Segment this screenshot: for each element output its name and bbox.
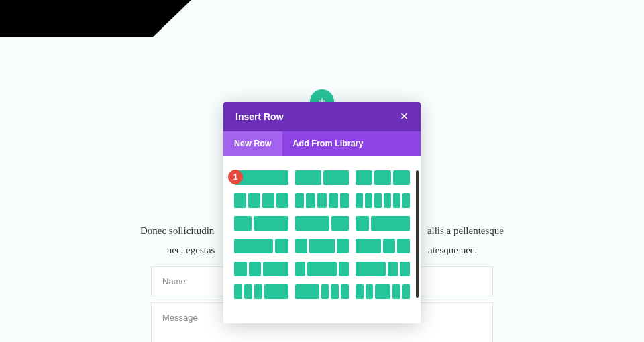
- layout-mixed-6[interactable]: [356, 284, 410, 299]
- body-text-left-1: Donec sollicitudin: [140, 225, 214, 236]
- modal-header: Insert Row ✕: [223, 102, 421, 131]
- annotation-badge-1: 1: [228, 170, 243, 184]
- layout-2col[interactable]: [295, 170, 350, 185]
- layout-1-5-3-5-1-5[interactable]: [295, 262, 350, 276]
- message-placeholder: Message: [162, 312, 198, 323]
- body-text-left-2: nec, egestas: [167, 245, 215, 255]
- layouts-panel: [223, 156, 421, 323]
- layout-6col[interactable]: [356, 193, 410, 208]
- scrollbar-thumb[interactable]: [416, 170, 419, 298]
- modal-title: Insert Row: [235, 111, 284, 122]
- insert-row-modal: Insert Row ✕ New Row Add From Library: [223, 102, 421, 323]
- layout-1-6-1-6-1-6-1-2[interactable]: [234, 284, 288, 299]
- name-placeholder: Name: [162, 276, 186, 286]
- layout-1-4-1-2-1-4[interactable]: [295, 239, 350, 253]
- layout-1-2-1-6-1-6-1-6[interactable]: [295, 284, 350, 299]
- modal-tabs: New Row Add From Library: [223, 131, 421, 156]
- layout-5col[interactable]: [295, 193, 350, 208]
- layout-1-2-1-4-1-4[interactable]: [356, 239, 410, 253]
- close-icon[interactable]: ✕: [400, 111, 409, 122]
- body-text-right-1: allis a pellentesque: [427, 225, 504, 236]
- header-shape: [0, 0, 191, 37]
- layout-3-4-1-4[interactable]: [234, 239, 288, 253]
- layout-1-3-2-3[interactable]: [234, 216, 288, 231]
- annotation-number: 1: [233, 172, 238, 182]
- layout-2-3-1-3[interactable]: [295, 216, 350, 231]
- layout-3col[interactable]: [356, 170, 410, 185]
- layout-1-4-1-4-1-2[interactable]: [234, 262, 288, 276]
- body-text-right-2: atesque nec.: [428, 245, 477, 255]
- tab-new-row[interactable]: New Row: [223, 131, 282, 156]
- layouts-grid: [234, 170, 410, 299]
- tab-add-from-library[interactable]: Add From Library: [282, 131, 374, 156]
- layout-1-4-3-4[interactable]: [356, 216, 410, 231]
- layout-3-5-1-5-1-5[interactable]: [356, 262, 410, 276]
- layout-4col[interactable]: [234, 193, 288, 208]
